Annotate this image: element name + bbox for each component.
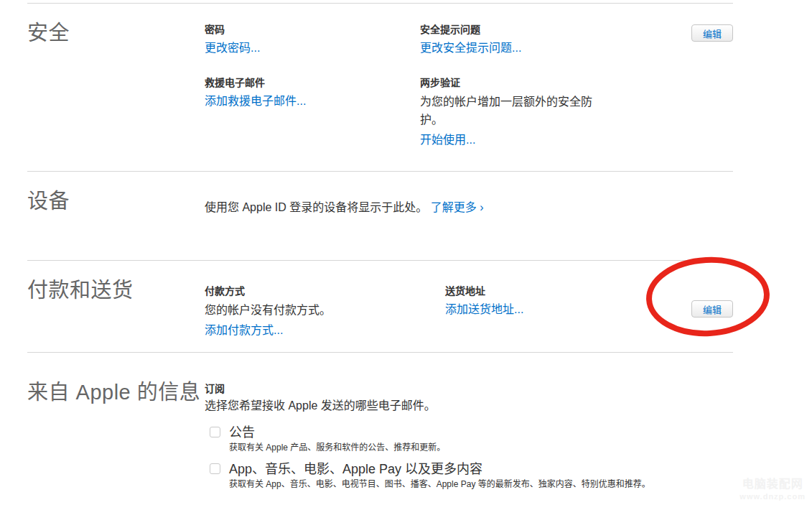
account-settings-page: 安全 密码 更改密码... 安全提示问题 更改安全提示问题... 救援电子邮件 … xyxy=(0,0,812,505)
payment-method-label: 付款方式 xyxy=(205,284,445,298)
subscriptions-description: 选择您希望接收 Apple 发送的哪些电子邮件。 xyxy=(205,398,733,414)
payment-method-cell: 付款方式 您的帐户没有付款方式。 添加付款方式... xyxy=(205,284,445,339)
section-payment-shipping: 付款和送货 付款方式 您的帐户没有付款方式。 添加付款方式... 送货地址 添加… xyxy=(27,260,733,352)
announcements-checkbox-label[interactable]: 公告 xyxy=(229,425,445,440)
two-step-get-started-link[interactable]: 开始使用... xyxy=(420,131,475,149)
rescue-email-label: 救援电子邮件 xyxy=(205,75,420,90)
rescue-email-cell: 救援电子邮件 添加救援电子邮件... xyxy=(205,75,420,149)
add-shipping-address-link[interactable]: 添加送货地址... xyxy=(445,301,523,318)
password-cell: 密码 更改密码... xyxy=(205,22,420,57)
two-step-label: 两步验证 xyxy=(420,75,733,90)
add-rescue-email-link[interactable]: 添加救援电子邮件... xyxy=(205,93,306,110)
payment-section-title: 付款和送货 xyxy=(27,279,205,352)
two-step-description: 为您的帐户增加一层额外的安全防护。 xyxy=(420,93,604,129)
section-security: 安全 密码 更改密码... 安全提示问题 更改安全提示问题... 救援电子邮件 … xyxy=(27,3,733,171)
devices-learn-more-link[interactable]: 了解更多 › xyxy=(431,199,484,216)
announcements-checkbox[interactable] xyxy=(210,427,220,437)
section-devices: 设备 使用您 Apple ID 登录的设备将显示于此处。 了解更多 › xyxy=(27,171,733,260)
shipping-address-cell: 送货地址 添加送货地址... xyxy=(445,284,733,339)
apps-music-movies-checkbox-description: 获取有关 App、音乐、电影、电视节目、图书、播客、Apple Pay 等的最新… xyxy=(229,478,650,491)
two-step-cell: 两步验证 为您的帐户增加一层额外的安全防护。 开始使用... xyxy=(420,75,733,149)
change-password-link[interactable]: 更改密码... xyxy=(205,40,260,57)
subscriptions-label: 订阅 xyxy=(205,381,733,396)
security-edit-button[interactable]: 编辑 xyxy=(691,24,733,42)
subscription-checkbox-list: 公告 获取有关 Apple 产品、服务和软件的公告、推荐和更新。 App、音乐、… xyxy=(205,425,733,491)
checkbox-item-announcements: 公告 获取有关 Apple 产品、服务和软件的公告、推荐和更新。 xyxy=(210,425,733,454)
add-payment-method-link[interactable]: 添加付款方式... xyxy=(205,322,283,339)
payment-method-status: 您的帐户没有付款方式。 xyxy=(205,301,445,319)
checkbox-item-apps-music-movies: App、音乐、电影、Apple Pay 以及更多内容 获取有关 App、音乐、电… xyxy=(210,461,733,491)
devices-description: 使用您 Apple ID 登录的设备将显示于此处。 xyxy=(205,201,427,213)
announcements-checkbox-description: 获取有关 Apple 产品、服务和软件的公告、推荐和更新。 xyxy=(229,442,445,454)
security-questions-cell: 安全提示问题 更改安全提示问题... xyxy=(420,22,733,57)
security-questions-label: 安全提示问题 xyxy=(420,22,733,37)
devices-section-title: 设备 xyxy=(27,190,205,260)
payment-edit-button[interactable]: 编辑 xyxy=(691,300,733,318)
shipping-address-label: 送货地址 xyxy=(445,284,733,298)
section-messages-from-apple: 来自 Apple 的信息 订阅 选择您希望接收 Apple 发送的哪些电子邮件。… xyxy=(27,352,733,505)
security-section-title: 安全 xyxy=(27,22,205,171)
apps-music-movies-checkbox[interactable] xyxy=(210,463,220,474)
messages-section-title: 来自 Apple 的信息 xyxy=(27,381,205,505)
apps-music-movies-checkbox-label[interactable]: App、音乐、电影、Apple Pay 以及更多内容 xyxy=(229,461,650,477)
password-label: 密码 xyxy=(205,22,420,37)
change-security-questions-link[interactable]: 更改安全提示问题... xyxy=(420,40,521,57)
